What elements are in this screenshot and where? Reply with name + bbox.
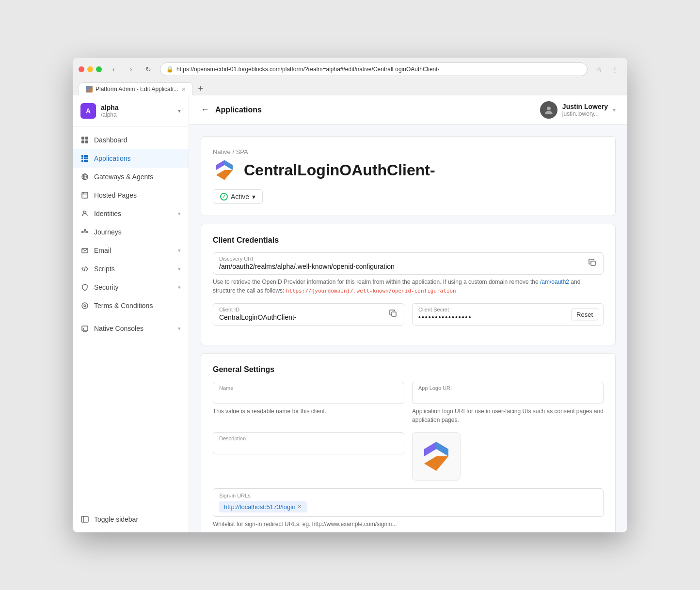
discovery-help-code: https://{yourdomain}/.well-known/openid-… bbox=[286, 288, 456, 294]
topbar: ← Applications Justin Lowery justin.lowe… bbox=[189, 95, 627, 124]
topbar-left: ← Applications bbox=[201, 105, 262, 115]
sidebar-item-hosted-pages[interactable]: Hosted Pages bbox=[73, 186, 189, 204]
browser-chrome: ‹ › ↻ 🔒 https://openam-crbrl-01.forgeblo… bbox=[73, 58, 627, 95]
app-name: CentralLoginOAuthClient- bbox=[244, 161, 435, 179]
sidebar-item-security[interactable]: Security ▾ bbox=[73, 278, 189, 296]
svg-rect-2 bbox=[81, 140, 84, 143]
sidebar-item-terms-conditions[interactable]: Terms & Conditions bbox=[73, 296, 189, 315]
svg-rect-28 bbox=[82, 326, 88, 331]
native-consoles-icon bbox=[80, 324, 89, 333]
svg-rect-4 bbox=[81, 155, 83, 157]
preview-logo-icon bbox=[422, 439, 451, 473]
sidebar-item-applications[interactable]: Applications bbox=[73, 149, 189, 168]
svg-rect-6 bbox=[86, 155, 88, 157]
user-chevron-icon[interactable]: ▾ bbox=[613, 107, 616, 113]
sidebar-item-label-native-consoles: Native Consoles bbox=[94, 325, 173, 332]
svg-line-33 bbox=[83, 329, 84, 330]
svg-point-19 bbox=[82, 232, 83, 233]
svg-marker-42 bbox=[436, 442, 448, 456]
dashboard-icon bbox=[80, 136, 89, 144]
svg-point-36 bbox=[547, 107, 551, 110]
sidebar-item-native-consoles[interactable]: Native Consoles ▾ bbox=[73, 319, 189, 338]
remove-signin-url-button[interactable]: ✕ bbox=[297, 503, 302, 510]
client-secret-container: Client Secret Reset bbox=[412, 303, 604, 326]
discovery-help-link[interactable]: /am/oauth2 bbox=[540, 279, 569, 285]
general-settings-card: General Settings Name This value is a re… bbox=[201, 353, 616, 533]
sidebar-item-label-terms: Terms & Conditions bbox=[94, 302, 181, 310]
topbar-right: Justin Lowery justin.lowery... ▾ bbox=[540, 101, 616, 119]
security-icon bbox=[80, 283, 89, 292]
nav-divider bbox=[80, 317, 181, 317]
active-tab[interactable]: Platform Admin - Edit Applicati... ✕ bbox=[79, 82, 193, 95]
signin-urls-label: Sign-in URLs bbox=[219, 493, 597, 498]
svg-point-21 bbox=[84, 230, 86, 231]
sidebar-item-label-gateways: Gateways & Agents bbox=[94, 173, 181, 181]
reload-button[interactable]: ↻ bbox=[142, 62, 155, 76]
sidebar-item-label-identities: Identities bbox=[94, 210, 173, 217]
fullscreen-button[interactable] bbox=[96, 66, 102, 72]
bookmark-button[interactable]: ☆ bbox=[592, 62, 606, 76]
sidebar-item-label-applications: Applications bbox=[94, 155, 181, 162]
close-button[interactable] bbox=[79, 66, 84, 72]
realm-path: /alpha bbox=[101, 111, 119, 118]
name-input[interactable] bbox=[213, 382, 404, 404]
reset-secret-button[interactable]: Reset bbox=[571, 308, 598, 320]
svg-line-25 bbox=[84, 266, 85, 271]
status-badge[interactable]: Active ▾ bbox=[213, 189, 263, 204]
address-bar[interactable]: 🔒 https://openam-crbrl-01.forgeblocks.co… bbox=[160, 62, 588, 76]
client-id-copy-button[interactable] bbox=[387, 308, 399, 321]
svg-rect-1 bbox=[85, 137, 88, 140]
svg-rect-40 bbox=[591, 261, 595, 265]
client-id-input[interactable] bbox=[213, 304, 404, 325]
sidebar: A alpha /alpha ▾ Dashboard bbox=[73, 95, 189, 532]
svg-marker-37 bbox=[224, 160, 233, 170]
extensions-button[interactable]: ⋮ bbox=[608, 62, 621, 76]
signin-urls-help: Whitelist for sign-in redirect URLs. eg.… bbox=[213, 520, 604, 528]
forward-nav-button[interactable]: › bbox=[124, 62, 138, 76]
user-name: Justin Lowery bbox=[562, 103, 608, 110]
app-logo-container: App Logo URI bbox=[412, 382, 604, 404]
sidebar-item-journeys[interactable]: Journeys bbox=[73, 223, 189, 241]
topbar-title: Applications bbox=[215, 106, 262, 114]
email-icon bbox=[80, 246, 89, 255]
client-id-field-group: Client ID bbox=[213, 303, 404, 326]
sidebar-item-dashboard[interactable]: Dashboard bbox=[73, 131, 189, 149]
name-logo-row: Name This value is a readable name for t… bbox=[213, 382, 604, 424]
lock-icon: 🔒 bbox=[166, 66, 174, 73]
tab-title: Platform Admin - Edit Applicati... bbox=[95, 86, 178, 93]
client-id-label: Client ID bbox=[219, 307, 239, 312]
description-label: Description bbox=[219, 435, 246, 441]
sidebar-item-scripts[interactable]: Scripts ▾ bbox=[73, 260, 189, 278]
svg-rect-11 bbox=[84, 160, 86, 162]
logo-preview-group bbox=[412, 432, 604, 481]
svg-point-27 bbox=[84, 305, 86, 307]
name-field-group: Name This value is a readable name for t… bbox=[213, 382, 404, 424]
svg-rect-12 bbox=[86, 160, 88, 162]
new-tab-button[interactable]: + bbox=[194, 82, 207, 95]
realm-avatar: A bbox=[80, 103, 96, 119]
journeys-icon bbox=[80, 228, 89, 236]
status-label: Active bbox=[231, 193, 249, 201]
sidebar-item-gateways-agents[interactable]: Gateways & Agents bbox=[73, 168, 189, 186]
discovery-uri-input[interactable] bbox=[213, 253, 603, 274]
svg-rect-15 bbox=[82, 192, 88, 198]
sidebar-item-identities[interactable]: Identities ▾ bbox=[73, 204, 189, 223]
minimize-button[interactable] bbox=[87, 66, 93, 72]
back-nav-button[interactable]: ‹ bbox=[107, 62, 120, 76]
sidebar-item-toggle[interactable]: Toggle sidebar bbox=[73, 510, 189, 528]
tabs-bar: Platform Admin - Edit Applicati... ✕ + bbox=[79, 82, 621, 95]
content-area: Native / SPA CentralLoginOAuthClient- Ac… bbox=[189, 124, 627, 532]
applications-icon bbox=[80, 154, 89, 163]
tab-close-button[interactable]: ✕ bbox=[181, 86, 186, 93]
back-button[interactable]: ← bbox=[201, 105, 209, 115]
realm-info[interactable]: A alpha /alpha bbox=[80, 103, 119, 119]
discovery-uri-copy-button[interactable] bbox=[587, 257, 598, 270]
discovery-help-prefix: Use to retrieve the OpenID Provider info… bbox=[213, 279, 540, 285]
sidebar-item-email[interactable]: Email ▾ bbox=[73, 241, 189, 260]
signin-urls-field-group: Sign-in URLs http://localhost:5173/login… bbox=[213, 488, 604, 528]
svg-rect-9 bbox=[86, 157, 88, 159]
svg-marker-39 bbox=[216, 170, 233, 180]
sidebar-item-label-hosted-pages: Hosted Pages bbox=[94, 191, 181, 199]
app-header-card: Native / SPA CentralLoginOAuthClient- Ac… bbox=[201, 136, 616, 216]
identities-icon bbox=[80, 209, 89, 218]
